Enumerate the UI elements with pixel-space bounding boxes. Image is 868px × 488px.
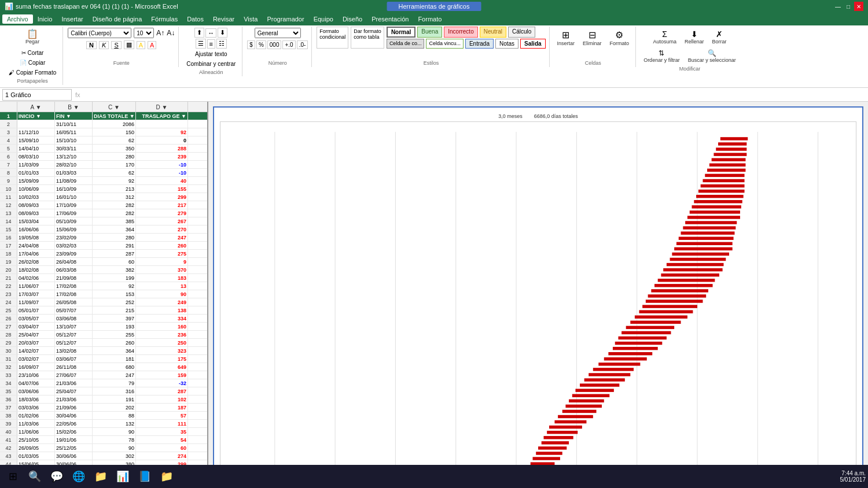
- table-row[interactable]: 37 03/03/06 21/09/06 202 187: [0, 404, 207, 412]
- minimize-button[interactable]: —: [833, 2, 843, 11]
- menu-insertar[interactable]: Insertar: [57, 14, 87, 24]
- table-row[interactable]: 30 14/02/07 13/02/08 364 323: [0, 347, 207, 355]
- table-row[interactable]: 41 25/10/05 19/01/06 78 54: [0, 436, 207, 444]
- close-button[interactable]: ✕: [854, 2, 863, 11]
- align-middle-button[interactable]: ↔: [205, 28, 216, 38]
- increase-font-button[interactable]: A↑: [156, 29, 164, 37]
- format-table-button[interactable]: Dar formatocomo tabla: [351, 27, 384, 49]
- font-name-select[interactable]: Calibri (Cuerpo): [68, 28, 131, 38]
- table-row[interactable]: 24 11/09/07 26/05/08 252 249: [0, 298, 207, 306]
- paste-button[interactable]: 📋 Pegar: [23, 28, 42, 46]
- menu-datos[interactable]: Datos: [182, 14, 208, 24]
- align-right-button[interactable]: ☷: [216, 39, 227, 49]
- menu-inicio[interactable]: Inicio: [33, 14, 57, 24]
- menu-equipo[interactable]: Equipo: [309, 14, 338, 24]
- table-row[interactable]: 21 04/02/06 21/09/08 199 183: [0, 274, 207, 282]
- underline-button[interactable]: S: [111, 41, 121, 49]
- table-row[interactable]: 10 10/06/09 16/10/09 213 155: [0, 185, 207, 193]
- cut-button[interactable]: ✂ Cortar: [19, 49, 47, 57]
- align-left-button[interactable]: ☰: [196, 39, 206, 49]
- menu-programador[interactable]: Programador: [262, 14, 308, 24]
- thousands-button[interactable]: 000: [267, 40, 282, 49]
- table-row[interactable]: 8 01/01/03 01/03/03 62 -10: [0, 169, 207, 177]
- currency-button[interactable]: $: [247, 40, 255, 49]
- table-row[interactable]: 3 11/12/10 16/05/11 150 92: [0, 128, 207, 136]
- task-view-button[interactable]: 💬: [46, 466, 67, 487]
- table-row[interactable]: 43 01/03/05 30/06/06 302 274: [0, 452, 207, 460]
- table-row[interactable]: 33 23/10/06 27/06/07 247 159: [0, 371, 207, 379]
- folder-taskbar-button[interactable]: 📁: [156, 466, 177, 487]
- style-vinculada[interactable]: Celda vincu...: [426, 39, 464, 49]
- decrease-decimal-button[interactable]: .0-: [297, 40, 308, 49]
- table-row[interactable]: 18 17/04/06 23/09/09 287 275: [0, 250, 207, 258]
- window-controls[interactable]: — □ ✕: [833, 2, 863, 11]
- style-entrada[interactable]: Entrada: [465, 39, 494, 49]
- style-celda-co[interactable]: Celda de co...: [387, 39, 425, 49]
- name-box[interactable]: [2, 89, 72, 101]
- table-row[interactable]: 22 11/06/07 17/02/08 92 13: [0, 282, 207, 290]
- table-row[interactable]: 38 01/02/06 30/04/06 88 57: [0, 412, 207, 420]
- align-top-button[interactable]: ⬆: [194, 28, 204, 38]
- style-neutral[interactable]: Neutral: [480, 27, 506, 38]
- table-row[interactable]: 27 03/04/07 13/10/07 193 160: [0, 323, 207, 331]
- table-row[interactable]: 4 15/09/10 15/10/10 62 0: [0, 136, 207, 145]
- table-row[interactable]: 35 03/06/06 25/04/07 316 287: [0, 387, 207, 395]
- sort-filter-button[interactable]: ⇅ Ordenar y filtrar: [641, 47, 683, 65]
- number-format-select[interactable]: General: [255, 28, 301, 38]
- copy-format-button[interactable]: 🖌 Copiar Formato: [6, 68, 59, 77]
- menu-archivo[interactable]: Archivo: [2, 14, 33, 24]
- align-bottom-button[interactable]: ⬇: [218, 28, 227, 38]
- table-row[interactable]: 28 25/04/07 05/12/07 255 236: [0, 331, 207, 339]
- search-taskbar-button[interactable]: 🔍: [24, 466, 45, 487]
- table-row[interactable]: 19 26/02/08 26/04/08 60 9: [0, 258, 207, 266]
- combine-center-button[interactable]: Combinar y centrar: [183, 60, 238, 68]
- table-row[interactable]: 14 15/03/04 05/10/09 385 267: [0, 217, 207, 225]
- table-row[interactable]: 17 24/04/08 03/02/03 291 260: [0, 242, 207, 250]
- menu-revisar[interactable]: Revisar: [208, 14, 239, 24]
- style-salida[interactable]: Salida: [520, 39, 545, 49]
- increase-decimal-button[interactable]: +.0: [282, 40, 295, 49]
- table-row[interactable]: 9 15/09/09 11/08/09 92 40: [0, 177, 207, 185]
- table-row[interactable]: 26 03/05/07 03/06/08 397 334: [0, 315, 207, 323]
- align-center-button[interactable]: ≡: [207, 39, 215, 49]
- col-header-a[interactable]: A ▼: [17, 102, 55, 112]
- table-row[interactable]: 39 11/03/06 22/05/06 132 111: [0, 420, 207, 428]
- percent-button[interactable]: %: [256, 40, 266, 49]
- search-button[interactable]: 🔍 Buscar y seleccionar: [685, 47, 739, 65]
- style-notas[interactable]: Notas: [495, 39, 518, 49]
- adjust-text-button[interactable]: Ajustar texto: [192, 50, 230, 58]
- table-row[interactable]: 36 18/03/06 21/03/06 191 102: [0, 395, 207, 404]
- fill-button[interactable]: ⬇ Rellenar: [682, 28, 707, 46]
- table-row[interactable]: 23 17/03/07 17/02/08 153 90: [0, 290, 207, 298]
- table-row[interactable]: 42 26/09/05 25/12/05 90 60: [0, 444, 207, 452]
- chart-wrapper[interactable]: 3,0 meses 6686,0 días totales: [213, 106, 863, 488]
- conditional-format-button[interactable]: Formatocondicional: [317, 27, 348, 49]
- maximize-button[interactable]: □: [844, 2, 853, 11]
- border-button[interactable]: ▦: [124, 40, 134, 49]
- style-incorrecto[interactable]: Incorrecto: [444, 27, 477, 38]
- col-header-d[interactable]: D ▼: [136, 102, 188, 112]
- delete-button[interactable]: ⊟ Eliminar: [580, 28, 605, 48]
- menu-formulas[interactable]: Fórmulas: [146, 14, 182, 24]
- font-color-button[interactable]: A: [148, 41, 156, 49]
- decrease-font-button[interactable]: A↓: [167, 29, 175, 37]
- table-row[interactable]: 2 31/10/11 2086: [0, 120, 207, 128]
- table-row[interactable]: 7 11/03/09 28/02/10 170 -10: [0, 161, 207, 169]
- table-row[interactable]: 29 20/03/07 05/12/07 260 250: [0, 339, 207, 347]
- menu-formato[interactable]: Formato: [413, 14, 446, 24]
- menu-diseno-pagina[interactable]: Diseño de página: [88, 14, 147, 24]
- col-header-c[interactable]: C ▼: [93, 102, 136, 112]
- menu-presentacion[interactable]: Presentación: [367, 14, 413, 24]
- bold-button[interactable]: N: [86, 41, 97, 49]
- excel-taskbar-button[interactable]: 📊: [112, 466, 133, 487]
- autosum-button[interactable]: Σ Autosuma: [650, 28, 679, 46]
- clear-button[interactable]: ✗ Borrar: [709, 28, 729, 46]
- table-row[interactable]: 12 08/09/03 17/10/09 282 217: [0, 201, 207, 209]
- table-row[interactable]: 25 05/01/07 05/07/07 215 138: [0, 306, 207, 315]
- style-buena[interactable]: Buena: [417, 27, 442, 38]
- format-button[interactable]: ⚙ Formato: [607, 28, 632, 48]
- table-row[interactable]: 20 18/02/08 06/03/08 382 370: [0, 266, 207, 274]
- explorer-button[interactable]: 📁: [90, 466, 111, 487]
- col-header-b[interactable]: B ▼: [55, 102, 93, 112]
- style-normal[interactable]: Normal: [387, 27, 415, 38]
